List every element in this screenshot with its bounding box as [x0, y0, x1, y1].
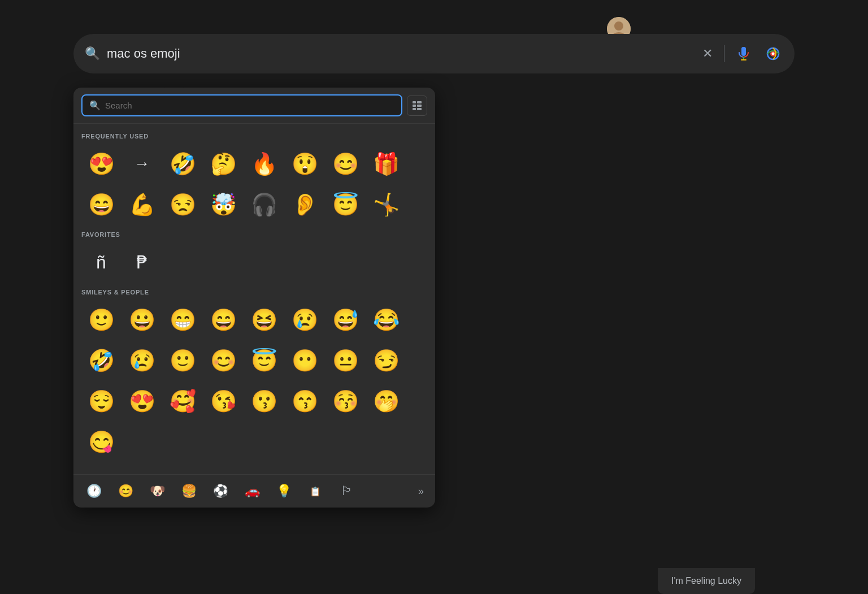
- svg-rect-8: [413, 101, 416, 103]
- feeling-lucky-text: I'm Feeling Lucky: [671, 576, 741, 586]
- emoji-item[interactable]: 💪: [122, 185, 162, 224]
- section-title-frequent: FREQUENTLY USED: [81, 133, 427, 140]
- emoji-item[interactable]: 😌: [81, 381, 121, 421]
- emoji-item[interactable]: 😁: [163, 300, 202, 340]
- emoji-item[interactable]: 😍: [81, 144, 121, 184]
- picker-toolbar: 🕐 😊 🐶 🍔 ⚽ 🚗 💡 📋 🏳 »: [73, 474, 435, 508]
- emoji-item[interactable]: 🙂: [163, 341, 202, 380]
- special-char-peso[interactable]: ₱: [122, 242, 162, 282]
- emoji-item[interactable]: 😶: [285, 341, 324, 380]
- svg-rect-10: [413, 105, 416, 107]
- emoji-item[interactable]: 😇: [244, 341, 284, 380]
- emoji-picker: 🔍 FREQUENTLY USED 😍 → 🤣 🤔 🔥: [73, 88, 435, 508]
- picker-search-input[interactable]: [105, 101, 394, 110]
- emoji-item[interactable]: 😐: [326, 341, 365, 380]
- main-search-input[interactable]: [107, 46, 693, 61]
- section-frequently-used: FREQUENTLY USED 😍 → 🤣 🤔 🔥 😲 😊 🎁 😄 💪 😒 🤯 …: [81, 133, 427, 224]
- toolbar-symbols[interactable]: 📋: [301, 479, 330, 503]
- emoji-item[interactable]: 😢: [285, 300, 324, 340]
- grid-view-button[interactable]: [407, 96, 427, 116]
- section-smileys: SMILEYS & PEOPLE 🙂 😀 😁 😄 😆 😢 😅 😂 🤣 😢 🙂 😊…: [81, 289, 427, 462]
- emoji-item[interactable]: 😊: [203, 341, 243, 380]
- emoji-item[interactable]: 😚: [326, 381, 365, 421]
- emoji-item[interactable]: 🤭: [366, 381, 406, 421]
- frequently-used-grid: 😍 → 🤣 🤔 🔥 😲 😊 🎁 😄 💪 😒 🤯 🎧 👂 😇 🤸: [81, 144, 427, 224]
- emoji-item[interactable]: 😏: [366, 341, 406, 380]
- emoji-item[interactable]: 😲: [285, 144, 324, 184]
- section-title-smileys: SMILEYS & PEOPLE: [81, 289, 427, 296]
- emoji-item[interactable]: 😅: [326, 300, 365, 340]
- svg-rect-13: [417, 108, 422, 110]
- search-icon-main: 🔍: [85, 46, 100, 61]
- emoji-item[interactable]: 😒: [163, 185, 202, 224]
- emoji-item[interactable]: 🥰: [163, 381, 202, 421]
- emoji-item[interactable]: 🤸: [366, 185, 406, 224]
- section-favorites: FAVORITES ñ ₱: [81, 231, 427, 282]
- toolbar-travel[interactable]: 🚗: [237, 479, 267, 503]
- toolbar-recent[interactable]: 🕐: [79, 479, 108, 503]
- picker-search-box: 🔍: [81, 94, 402, 116]
- emoji-item[interactable]: 😗: [244, 381, 284, 421]
- picker-search-icon: 🔍: [89, 100, 101, 111]
- toolbar-objects[interactable]: 💡: [269, 479, 298, 503]
- toolbar-food[interactable]: 🍔: [174, 479, 203, 503]
- divider: [724, 45, 724, 62]
- emoji-item[interactable]: 😢: [122, 341, 162, 380]
- lens-search-icon[interactable]: [763, 44, 783, 64]
- svg-rect-11: [417, 105, 422, 107]
- svg-rect-12: [413, 108, 416, 110]
- emoji-item[interactable]: 😇: [326, 185, 365, 224]
- emoji-item[interactable]: 😊: [326, 144, 365, 184]
- emoji-item[interactable]: 👂: [285, 185, 324, 224]
- clear-icon[interactable]: ✕: [700, 44, 715, 63]
- emoji-item[interactable]: 🤣: [81, 341, 121, 380]
- svg-rect-9: [417, 101, 422, 103]
- toolbar-smileys[interactable]: 😊: [111, 479, 140, 503]
- emoji-item[interactable]: 🤯: [203, 185, 243, 224]
- picker-content: FREQUENTLY USED 😍 → 🤣 🤔 🔥 😲 😊 🎁 😄 💪 😒 🤯 …: [73, 124, 435, 474]
- toolbar-flags[interactable]: 🏳: [332, 479, 362, 503]
- smileys-grid: 🙂 😀 😁 😄 😆 😢 😅 😂 🤣 😢 🙂 😊 😇 😶 😐 😏 😌 😍 🥰: [81, 300, 427, 462]
- emoji-item[interactable]: 🎁: [366, 144, 406, 184]
- special-char-n-tilde[interactable]: ñ: [81, 242, 121, 282]
- main-search-bar: 🔍 ✕: [73, 34, 795, 73]
- emoji-item[interactable]: 😙: [285, 381, 324, 421]
- emoji-item[interactable]: 😋: [81, 422, 121, 462]
- emoji-item[interactable]: 😘: [203, 381, 243, 421]
- emoji-item[interactable]: 🎧: [244, 185, 284, 224]
- toolbar-activities[interactable]: ⚽: [206, 479, 235, 503]
- emoji-item[interactable]: 🙂: [81, 300, 121, 340]
- emoji-item[interactable]: 😄: [203, 300, 243, 340]
- section-title-favorites: FAVORITES: [81, 231, 427, 238]
- emoji-item[interactable]: 😆: [244, 300, 284, 340]
- emoji-item[interactable]: 😀: [122, 300, 162, 340]
- toolbar-animals[interactable]: 🐶: [142, 479, 172, 503]
- emoji-item[interactable]: →: [122, 144, 162, 184]
- voice-search-icon[interactable]: [734, 44, 754, 64]
- emoji-item[interactable]: 😂: [366, 300, 406, 340]
- toolbar-more[interactable]: »: [413, 482, 429, 501]
- emoji-item[interactable]: 😍: [122, 381, 162, 421]
- favorites-grid: ñ ₱: [81, 242, 427, 282]
- picker-search-area: 🔍: [73, 88, 435, 124]
- svg-point-7: [772, 53, 775, 55]
- svg-point-1: [614, 21, 623, 31]
- emoji-item[interactable]: 🤔: [203, 144, 243, 184]
- emoji-item[interactable]: 🤣: [163, 144, 202, 184]
- emoji-item[interactable]: 🔥: [244, 144, 284, 184]
- emoji-item[interactable]: 😄: [81, 185, 121, 224]
- feeling-lucky-area: I'm Feeling Lucky: [658, 568, 755, 594]
